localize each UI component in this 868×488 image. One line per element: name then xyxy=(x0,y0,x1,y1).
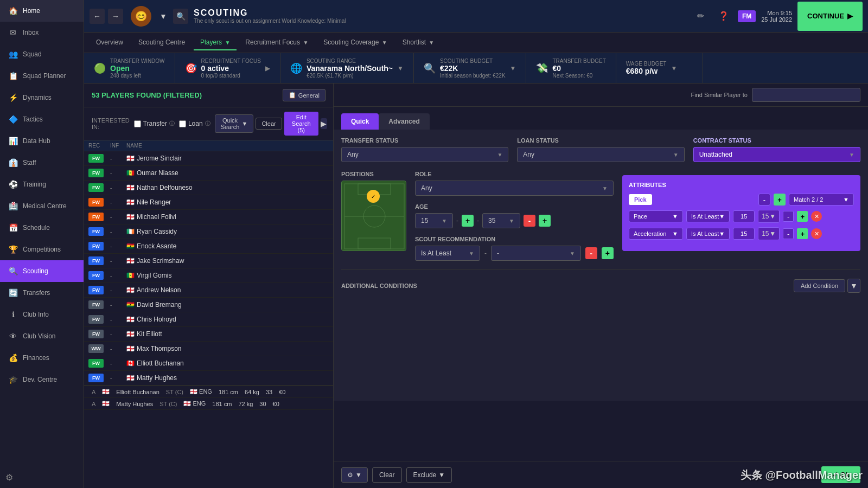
attr-match-minus-button[interactable]: - xyxy=(758,194,770,206)
search-button[interactable]: 🔍 xyxy=(173,9,188,24)
list-item[interactable]: FW - 🏴󠁧󠁢󠁥󠁮󠁧󠁿 Jake Scrimshaw xyxy=(84,254,333,268)
subnav-shortlist[interactable]: Shortlist ▼ xyxy=(396,35,441,50)
sidebar-item-data-hub[interactable]: 📊 Data Hub xyxy=(0,130,84,152)
sidebar-item-competitions[interactable]: 🏆 Competitions xyxy=(0,239,84,260)
attr-pick-button[interactable]: Pick xyxy=(629,194,652,205)
scout-rec-plus-button[interactable]: + xyxy=(602,247,614,259)
general-button[interactable]: 📋 General xyxy=(283,89,326,101)
sidebar-item-scouting[interactable]: 🔍 Scouting xyxy=(0,260,84,282)
list-item[interactable]: FW - 🏴󠁧󠁢󠁥󠁮󠁧󠁿 Nile Ranger xyxy=(84,195,333,210)
attr-acceleration-value-dropdown[interactable]: 15 ▼ xyxy=(758,227,780,240)
attr-acceleration-plus-button[interactable]: + xyxy=(797,228,808,239)
age-max-plus-button[interactable]: + xyxy=(539,215,551,227)
scouting-range-expand-icon[interactable]: ▼ xyxy=(397,65,404,72)
scout-rec-value-dropdown[interactable]: - ▼ xyxy=(491,246,581,261)
list-item[interactable]: FW - 🏴󠁧󠁢󠁥󠁮󠁧󠁿 Matty Hughes xyxy=(84,371,333,386)
attr-pace-remove-button[interactable]: ✕ xyxy=(811,211,822,222)
find-similar-input[interactable] xyxy=(752,88,860,102)
positions-field[interactable]: ✓ xyxy=(341,181,406,251)
subnav-players[interactable]: Players ▼ xyxy=(194,35,237,50)
list-item[interactable]: FW - 🇬🇭 Enock Asante xyxy=(84,239,333,254)
sidebar-item-medical[interactable]: 🏥 Medical Centre xyxy=(0,195,84,217)
sidebar-item-squad-planner[interactable]: 📋 Squad Planner xyxy=(0,65,84,87)
age-min-dropdown[interactable]: 15 ▼ xyxy=(415,213,453,228)
attr-pace-value-input[interactable] xyxy=(733,210,755,222)
sidebar-item-training[interactable]: ⚽ Training xyxy=(0,174,84,195)
attr-pace-plus-button[interactable]: + xyxy=(797,211,808,222)
attr-pace-condition-dropdown[interactable]: Is At Least ▼ xyxy=(686,210,730,222)
attr-acceleration-dropdown[interactable]: Acceleration ▼ xyxy=(629,228,683,240)
attr-match-plus-button[interactable]: + xyxy=(774,194,786,206)
wage-budget-expand-icon[interactable]: ▼ xyxy=(671,65,677,72)
sidebar-item-club-info[interactable]: ℹ Club Info xyxy=(0,304,84,325)
sidebar-item-transfers[interactable]: 🔄 Transfers xyxy=(0,282,84,304)
scouting-budget-expand-icon[interactable]: ▼ xyxy=(510,65,516,72)
attr-acceleration-remove-button[interactable]: ✕ xyxy=(811,228,822,239)
subnav-recruitment-focus[interactable]: Recruitment Focus ▼ xyxy=(239,35,315,50)
list-item[interactable]: FW - 🏴󠁧󠁢󠁥󠁮󠁧󠁿 Andrew Nelson xyxy=(84,283,333,298)
transfer-checkbox[interactable] xyxy=(134,120,141,127)
sidebar-item-inbox[interactable]: ✉ Inbox xyxy=(0,22,84,43)
role-dropdown[interactable]: Any ▼ xyxy=(415,181,614,196)
list-item[interactable]: FW - 🇬🇭 David Bremang xyxy=(84,298,333,312)
list-item[interactable]: FW - 🇸🇳 Virgil Gomis xyxy=(84,268,333,283)
sidebar-item-finances[interactable]: 💰 Finances xyxy=(0,347,84,369)
tab-quick[interactable]: Quick xyxy=(341,113,379,130)
sidebar-item-schedule[interactable]: 📅 Schedule xyxy=(0,217,84,239)
list-item[interactable]: FW - 🏴󠁧󠁢󠁥󠁮󠁧󠁿 Nathan Delfouneso xyxy=(84,181,333,195)
list-item[interactable]: FW - 🇸🇳 Oumar Niasse xyxy=(84,166,333,181)
loan-checkbox[interactable] xyxy=(179,120,186,127)
subnav-scouting-coverage[interactable]: Scouting Coverage ▼ xyxy=(317,35,393,50)
transfer-status-dropdown[interactable]: Any ▼ xyxy=(341,147,508,162)
help-button[interactable]: ❓ xyxy=(715,8,732,25)
add-condition-button[interactable]: Add Condition xyxy=(794,279,845,292)
age-min-plus-button[interactable]: + xyxy=(462,215,474,227)
sidebar-item-dev-centre[interactable]: 🎓 Dev. Centre xyxy=(0,369,84,390)
contract-status-dropdown[interactable]: Unattached ▼ xyxy=(693,147,860,162)
back-button[interactable]: ← xyxy=(90,9,105,24)
data-row[interactable]: A 🏴󠁧󠁢󠁥󠁮󠁧󠁿 Elliott Buchanan ST (C) 🏴󠁧󠁢󠁥󠁮󠁧… xyxy=(84,386,333,398)
expand-panel-button[interactable]: ▶ xyxy=(321,118,327,129)
list-item[interactable]: FW - 🇨🇦 Elliott Buchanan xyxy=(84,356,333,371)
sidebar-settings-icon[interactable]: ⚙ xyxy=(5,473,13,482)
sidebar-item-squad[interactable]: 👥 Squad xyxy=(0,43,84,65)
list-item[interactable]: FW - 🏴󠁧󠁢󠁥󠁮󠁧󠁿 Chris Holroyd xyxy=(84,312,333,327)
list-item[interactable]: WW - 🏴󠁧󠁢󠁥󠁮󠁧󠁿 Max Thompson xyxy=(84,342,333,356)
add-condition-dropdown-button[interactable]: ▼ xyxy=(847,279,860,293)
exclude-button[interactable]: Exclude ▼ xyxy=(406,467,452,483)
subnav-scouting-centre[interactable]: Scouting Centre xyxy=(132,35,192,50)
age-max-minus-button[interactable]: - xyxy=(524,215,535,227)
pencil-button[interactable]: ✏ xyxy=(692,8,710,25)
sidebar-item-staff[interactable]: 👔 Staff xyxy=(0,152,84,174)
sidebar-item-club-vision[interactable]: 👁 Club Vision xyxy=(0,325,84,347)
position-marker-st[interactable]: ✓ xyxy=(367,190,380,203)
sidebar-item-tactics[interactable]: 🔷 Tactics xyxy=(0,108,84,130)
age-max-dropdown[interactable]: 35 ▼ xyxy=(482,213,520,228)
loan-status-dropdown[interactable]: Any ▼ xyxy=(517,147,684,162)
subnav-overview[interactable]: Overview xyxy=(90,35,130,50)
avatar-dropdown-button[interactable]: ▼ xyxy=(159,9,168,24)
settings-button[interactable]: ⚙ ▼ xyxy=(341,467,368,483)
list-item[interactable]: FW - 🇮🇪 Ryan Cassidy xyxy=(84,224,333,239)
forward-button[interactable]: → xyxy=(108,9,123,24)
sidebar-item-home[interactable]: 🏠 Home xyxy=(0,0,84,22)
edit-search-button[interactable]: Edit Search (5) xyxy=(284,112,318,136)
attr-pace-value-dropdown[interactable]: 15 ▼ xyxy=(758,210,780,223)
data-row[interactable]: A 🏴󠁧󠁢󠁥󠁮󠁧󠁿 Matty Hughes ST (C) 🏴󠁧󠁢󠁥󠁮󠁧󠁿 EN… xyxy=(84,398,333,410)
quick-search-button[interactable]: Quick Search ▼ xyxy=(215,114,254,133)
sidebar-item-dynamics[interactable]: ⚡ Dynamics xyxy=(0,87,84,108)
list-item[interactable]: FW - 🏴󠁧󠁢󠁥󠁮󠁧󠁿 Jerome Sinclair xyxy=(84,151,333,166)
list-item[interactable]: FW - 🏴󠁧󠁢󠁥󠁮󠁧󠁿 Michael Folivi xyxy=(84,210,333,224)
continue-button[interactable]: CONTINUE ▶ xyxy=(797,2,863,31)
tab-advanced[interactable]: Advanced xyxy=(379,113,429,130)
attr-acceleration-condition-dropdown[interactable]: Is At Least ▼ xyxy=(686,228,730,240)
recruitment-expand-icon[interactable]: ▶ xyxy=(265,65,270,72)
scout-rec-condition-dropdown[interactable]: Is At Least ▼ xyxy=(415,246,480,261)
attr-match-display[interactable]: Match 2 / 2 ▼ xyxy=(789,194,854,206)
attr-acceleration-value-input[interactable] xyxy=(733,228,755,240)
clear-button[interactable]: Clear xyxy=(256,118,282,130)
bottom-clear-button[interactable]: Clear xyxy=(372,467,402,483)
attr-pace-minus-button[interactable]: - xyxy=(783,211,794,222)
attr-pace-dropdown[interactable]: Pace ▼ xyxy=(629,210,683,222)
list-item[interactable]: FW - 🏴󠁧󠁢󠁥󠁮󠁧󠁿 Kit Elliott xyxy=(84,327,333,342)
